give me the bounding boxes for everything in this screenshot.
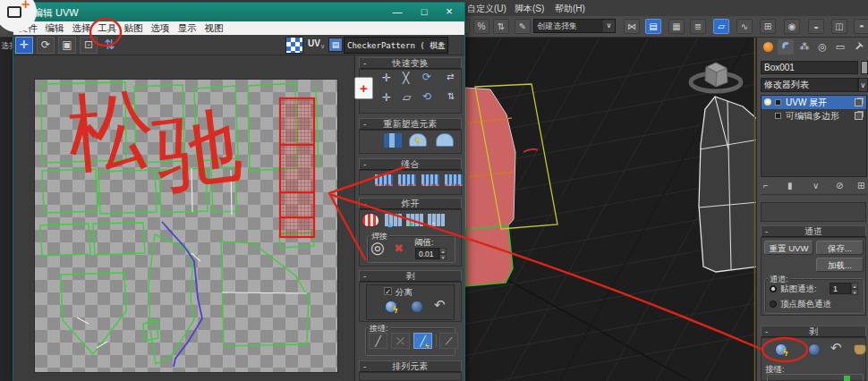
modifier-list-dropdown[interactable]: 修改器列表 [761, 78, 858, 92]
collapse-icon[interactable]: - [363, 271, 366, 281]
stitch-target-icon[interactable] [445, 174, 463, 186]
viewport[interactable] [452, 38, 756, 381]
rollout-quick-transform[interactable]: - 快速变换 [359, 57, 462, 69]
vertex-color-radio[interactable] [770, 301, 777, 308]
collapse-icon[interactable]: - [363, 58, 366, 68]
stitch-custom-icon[interactable] [375, 174, 393, 186]
rollout-stitch[interactable]: - 缝合 [359, 158, 462, 170]
save-button[interactable]: 保存... [816, 241, 864, 255]
collapse-icon[interactable]: - [765, 226, 768, 236]
show-end-result-icon[interactable]: ▮ [787, 181, 793, 190]
relax-icon[interactable] [436, 133, 454, 147]
uv-space-label[interactable]: UV [308, 38, 320, 48]
space-horizontal-icon[interactable]: ⇄ [447, 72, 454, 81]
spin-up-icon[interactable]: ▴ [851, 283, 858, 289]
chevron-down-icon[interactable]: ∨ [436, 40, 447, 48]
material-editor-icon[interactable]: ◉ [784, 19, 800, 34]
menu-display[interactable]: 显示 [175, 22, 199, 35]
menu-help[interactable]: 帮助(H) [555, 3, 585, 15]
spin-down-icon[interactable]: ▾ [851, 289, 858, 295]
make-unique-icon[interactable]: ∨ [813, 181, 819, 190]
rotate-ccw-icon[interactable]: ⟲ [422, 90, 431, 103]
graph-editors-icon[interactable]: ▱ [713, 19, 729, 34]
menu-tools[interactable]: 工具 [96, 22, 119, 35]
collapse-icon[interactable]: - [765, 326, 768, 336]
percent-snap-icon[interactable]: % [473, 19, 489, 34]
quick-peel-button[interactable]: ϟ [775, 343, 787, 356]
space-vertical-icon[interactable]: ⇅ [447, 91, 455, 101]
rollout-peel-header[interactable]: - 剥 [761, 326, 866, 337]
pin-stack-icon[interactable]: ⌐ [763, 181, 769, 190]
selected-uv-island[interactable] [280, 98, 314, 237]
point-to-point-seam-icon[interactable]: ⤫ [391, 333, 410, 349]
menu-edit[interactable]: 编辑 [43, 22, 66, 35]
remove-modifier-icon[interactable]: ⊘ [836, 181, 843, 190]
maximize-button[interactable]: □ [413, 3, 436, 21]
spinner-snap-icon[interactable]: ⇅ [493, 19, 509, 34]
align-icon[interactable]: ▤ [645, 19, 661, 34]
spin-up-icon[interactable]: ▴ [439, 248, 447, 254]
straighten-selection-icon[interactable] [384, 133, 402, 148]
show-map-toggle-icon[interactable] [285, 37, 303, 54]
menu-view[interactable]: 视图 [202, 22, 226, 35]
rollout-arrange-elements[interactable]: - 排列元素 [359, 360, 462, 372]
configure-modifier-sets-icon[interactable]: ⊞ [857, 181, 864, 190]
flatten-by-group-icon[interactable] [362, 213, 379, 227]
selection-set-dropdown[interactable]: 创建选择集 ∨ [533, 19, 616, 33]
stitch-average-icon[interactable] [421, 174, 439, 186]
edit-seams-icon[interactable]: ╱ [369, 333, 387, 349]
rollout-peel-editor[interactable]: - 剥 [359, 270, 462, 282]
tab-display[interactable]: ▭ [832, 39, 848, 55]
peel-mode-button[interactable] [808, 343, 821, 356]
tab-create[interactable] [760, 39, 776, 55]
freeform-tool-icon[interactable]: ⊡ [80, 37, 98, 54]
render-icon[interactable]: ◓ [854, 19, 868, 34]
collapse-icon[interactable]: - [363, 199, 366, 208]
menu-script[interactable]: 脚本(S) [515, 3, 544, 15]
close-button[interactable]: × [438, 3, 461, 21]
schematic-view-icon[interactable]: ⊞ [760, 19, 776, 34]
separate-checkbox[interactable]: ✓ [384, 287, 392, 295]
lightbulb-icon[interactable] [764, 98, 771, 106]
menu-customize[interactable]: 自定义(U) [467, 3, 506, 15]
stitch-source-icon[interactable] [398, 174, 416, 186]
mirror-tool-icon[interactable]: ⇅ [104, 37, 115, 53]
chevron-down-icon[interactable]: ∨ [858, 78, 868, 92]
stack-row-editable-poly[interactable]: 可编辑多边形 [762, 109, 866, 123]
texture-dropdown[interactable]: CheckerPattern ( 棋盘 ∨ [344, 37, 448, 54]
quick-peel-button-editor[interactable]: ϟ [385, 301, 397, 313]
peel-mode-button-editor[interactable] [411, 301, 423, 313]
edit-named-selection-icon[interactable]: ✎ [515, 19, 531, 34]
manage-layers-icon[interactable]: ≣ [690, 19, 706, 34]
rollout-explode[interactable]: - 炸开 [359, 198, 462, 209]
uvw-titlebar[interactable]: 编辑 UVW — □ × [13, 3, 464, 21]
rendered-frame-icon[interactable]: ◫ [831, 19, 847, 34]
minimize-button[interactable]: — [386, 3, 409, 21]
weld-selected-icon[interactable]: ✖ [394, 241, 404, 255]
edge-to-seam-icon[interactable]: ╱ϟ [413, 333, 432, 349]
mirror-icon[interactable]: ⋈ [624, 19, 640, 34]
target-weld-icon[interactable]: ◎ [370, 238, 385, 258]
rotate-cw-icon[interactable]: ⟳ [422, 71, 431, 83]
reset-uvw-button[interactable]: 重置 UVW [764, 241, 813, 255]
map-channel-radio[interactable] [770, 285, 777, 292]
align-angle-icon[interactable]: ╳ [403, 72, 409, 84]
tab-motion[interactable]: ◎ [814, 39, 830, 55]
rollout-reshape-elements[interactable]: - 重新塑造元素 [359, 118, 462, 130]
copy-icon[interactable] [855, 112, 863, 120]
expand-to-seam-icon[interactable]: ⟋ [439, 333, 458, 349]
collapse-icon[interactable]: - [363, 361, 366, 371]
tab-utilities[interactable]: T [850, 39, 866, 55]
spin-down-icon[interactable]: ▾ [439, 254, 447, 259]
object-name-field[interactable]: Box001 [761, 61, 858, 74]
copy-icon[interactable] [855, 98, 863, 106]
pelt-map-icon[interactable] [854, 344, 866, 355]
collapse-icon[interactable]: - [363, 159, 366, 169]
align-vertical-icon[interactable]: ✛ [382, 91, 391, 104]
reset-peel-icon[interactable]: ↶ [830, 340, 842, 356]
relax-until-flat-icon[interactable]: ϟ [409, 133, 427, 147]
threshold-value[interactable]: 0.01 [415, 248, 439, 259]
scene-explorer-icon[interactable]: ▦ [668, 19, 685, 34]
rollout-channel-header[interactable]: - 通道 [761, 225, 866, 237]
chevron-down-icon[interactable]: ∨ [603, 20, 615, 32]
